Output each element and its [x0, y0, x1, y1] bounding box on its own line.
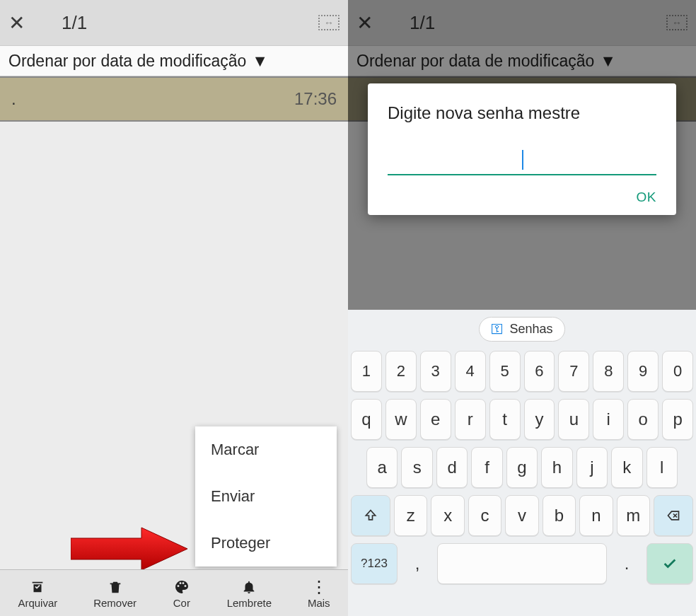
key-7[interactable]: 7 — [558, 351, 589, 392]
key-p[interactable]: p — [662, 399, 693, 440]
key-e[interactable]: e — [420, 399, 451, 440]
toolbar-more[interactable]: ⋮ Mais — [308, 577, 330, 609]
key-row-1: q w e r t y u i o p — [351, 399, 693, 440]
toolbar-label: Lembrete — [227, 597, 272, 609]
svg-marker-0 — [71, 528, 187, 570]
key-icon: ⚿ — [491, 322, 504, 337]
key-1[interactable]: 1 — [351, 351, 382, 392]
key-x[interactable]: x — [431, 495, 464, 536]
key-o[interactable]: o — [627, 399, 659, 440]
key-k[interactable]: k — [611, 447, 642, 488]
key-m[interactable]: m — [617, 495, 650, 536]
topbar: ✕ 1/1 — [0, 0, 348, 45]
key-2[interactable]: 2 — [385, 351, 417, 392]
more-icon: ⋮ — [311, 577, 327, 597]
toolbar-color[interactable]: Cor — [173, 577, 191, 609]
key-row-numbers: 1 2 3 4 5 6 7 8 9 0 — [351, 351, 693, 392]
key-row-4: ?123 , . — [351, 543, 693, 584]
keyboard: ⚿ Senhas 1 2 3 4 5 6 7 8 9 0 q w e r — [348, 310, 696, 616]
palette-icon — [173, 577, 191, 597]
key-d[interactable]: d — [436, 447, 468, 488]
toolbar-label: Remover — [93, 597, 137, 609]
key-g[interactable]: g — [506, 447, 538, 488]
password-dialog: Digite nova senha mestre OK — [368, 83, 676, 215]
key-0[interactable]: 0 — [662, 351, 693, 392]
key-f[interactable]: f — [471, 447, 502, 488]
key-8[interactable]: 8 — [593, 351, 624, 392]
menu-item-send[interactable]: Enviar — [195, 473, 337, 520]
key-symbols[interactable]: ?123 — [351, 543, 398, 584]
note-time: 17:36 — [294, 89, 337, 109]
backspace-icon — [664, 509, 683, 523]
toolbar-label: Arquivar — [18, 597, 57, 609]
toolbar-reminder[interactable]: Lembrete — [227, 577, 272, 609]
menu-item-protect[interactable]: Proteger — [195, 520, 337, 566]
passwords-chip[interactable]: ⚿ Senhas — [479, 317, 564, 342]
check-icon — [662, 556, 678, 571]
key-s[interactable]: s — [401, 447, 432, 488]
password-input[interactable] — [388, 147, 656, 175]
key-r[interactable]: r — [455, 399, 486, 440]
key-z[interactable]: z — [394, 495, 427, 536]
key-3[interactable]: 3 — [420, 351, 451, 392]
key-u[interactable]: u — [558, 399, 589, 440]
bottom-toolbar: Arquivar Remover Cor Lembrete ⋮ Mais — [0, 569, 348, 616]
key-y[interactable]: y — [524, 399, 555, 440]
key-a[interactable]: a — [366, 447, 398, 488]
trash-icon — [108, 577, 123, 597]
key-v[interactable]: v — [505, 495, 538, 536]
key-row-2: a s d f g h j k l — [351, 447, 693, 488]
key-q[interactable]: q — [351, 399, 382, 440]
ok-button[interactable]: OK — [637, 190, 656, 204]
archive-icon — [28, 577, 47, 597]
resize-icon[interactable] — [318, 15, 340, 30]
note-title: . — [11, 89, 294, 109]
shift-icon — [364, 509, 378, 523]
key-b[interactable]: b — [543, 495, 576, 536]
key-enter[interactable] — [646, 543, 693, 584]
close-icon[interactable]: ✕ — [8, 11, 25, 35]
arrow-annotation — [71, 524, 191, 574]
dialog-title: Digite nova senha mestre — [388, 102, 656, 124]
note-item[interactable]: . 17:36 — [0, 76, 348, 122]
toolbar-label: Mais — [308, 597, 330, 609]
key-period[interactable]: . — [610, 543, 643, 584]
key-4[interactable]: 4 — [455, 351, 486, 392]
chevron-down-icon: ▼ — [252, 52, 268, 71]
screen-right: ✕ 1/1 Ordenar por data de modificação ▼ … — [348, 0, 696, 616]
context-menu: Marcar Enviar Proteger — [195, 426, 337, 566]
key-6[interactable]: 6 — [524, 351, 555, 392]
text-caret — [522, 150, 523, 170]
key-h[interactable]: h — [541, 447, 572, 488]
key-l[interactable]: l — [646, 447, 678, 488]
screen-left: ✕ 1/1 Ordenar por data de modificação ▼ … — [0, 0, 348, 616]
key-backspace[interactable] — [654, 495, 693, 536]
sort-label: Ordenar por data de modificação — [8, 52, 246, 71]
key-t[interactable]: t — [489, 399, 521, 440]
key-shift[interactable] — [351, 495, 390, 536]
key-c[interactable]: c — [468, 495, 501, 536]
key-comma[interactable]: , — [401, 543, 434, 584]
key-row-3: z x c v b n m — [351, 495, 693, 536]
menu-item-mark[interactable]: Marcar — [195, 426, 337, 473]
key-space[interactable] — [437, 543, 607, 584]
key-9[interactable]: 9 — [627, 351, 659, 392]
toolbar-remove[interactable]: Remover — [93, 577, 137, 609]
key-i[interactable]: i — [593, 399, 624, 440]
toolbar-archive[interactable]: Arquivar — [18, 577, 57, 609]
sort-dropdown[interactable]: Ordenar por data de modificação ▼ — [0, 45, 348, 76]
key-j[interactable]: j — [576, 447, 608, 488]
toolbar-label: Cor — [173, 597, 190, 609]
chip-label: Senhas — [509, 322, 552, 337]
key-n[interactable]: n — [579, 495, 613, 536]
selection-count: 1/1 — [62, 12, 87, 34]
key-5[interactable]: 5 — [489, 351, 521, 392]
bell-icon — [241, 577, 257, 597]
key-w[interactable]: w — [385, 399, 417, 440]
